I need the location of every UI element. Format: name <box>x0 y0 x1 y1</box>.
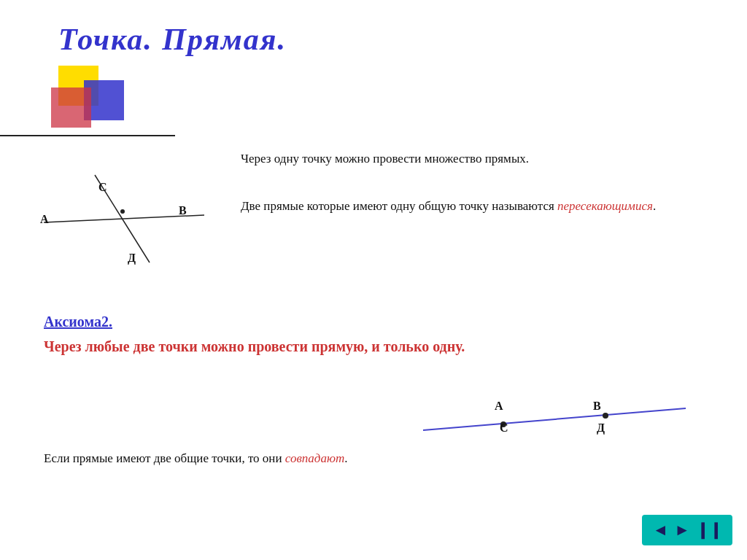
diagram-intersecting-lines: C А В Д <box>36 168 226 284</box>
intersecting-lines-svg <box>36 168 226 284</box>
label-A2: А <box>495 400 503 413</box>
text-coincide-italic: совпадают <box>285 451 344 465</box>
svg-point-5 <box>603 413 608 419</box>
single-line-svg <box>409 394 715 452</box>
diagram-single-line: А В С Д <box>409 394 715 452</box>
axiom-body: Через любые две точки можно провести пря… <box>44 335 718 357</box>
text-if-two-common-points: Если прямые имеют две общие точки, то он… <box>44 448 357 468</box>
label-D2: Д <box>597 421 605 435</box>
label-C2: С <box>500 421 508 435</box>
text-if-part1: Если прямые имеют две общие точки, то он… <box>44 451 285 465</box>
text-two-lines-part1: Две прямые которые имеют одну общую точк… <box>241 199 557 213</box>
text-two-lines-part2: . <box>653 199 656 213</box>
label-D: Д <box>128 252 136 265</box>
page-title: Точка. Прямая. <box>58 22 287 57</box>
svg-line-3 <box>423 408 686 430</box>
square-red <box>51 88 91 128</box>
axiom-title: Аксиома2. <box>44 314 112 330</box>
label-A: А <box>40 213 49 226</box>
label-C: C <box>98 181 107 194</box>
nav-prev-button[interactable]: ◄ <box>652 521 668 540</box>
text-two-lines-intersecting: Две прямые которые имеют одну общую точк… <box>241 197 718 216</box>
nav-play-button[interactable]: ► <box>674 521 690 540</box>
text-intersecting-italic: пересекающимися <box>557 199 653 213</box>
text-if-part2: . <box>344 451 347 465</box>
label-B2: В <box>593 400 601 413</box>
decorative-squares <box>44 66 131 139</box>
nav-stop-button[interactable]: ❙❙ <box>696 521 722 540</box>
horizontal-line-deco <box>0 135 175 136</box>
label-B: В <box>179 204 187 217</box>
text-through-one-point: Через одну точку можно провести множеств… <box>241 149 718 168</box>
nav-buttons-container: ◄ ► ❙❙ <box>642 515 732 545</box>
svg-point-2 <box>120 209 125 214</box>
